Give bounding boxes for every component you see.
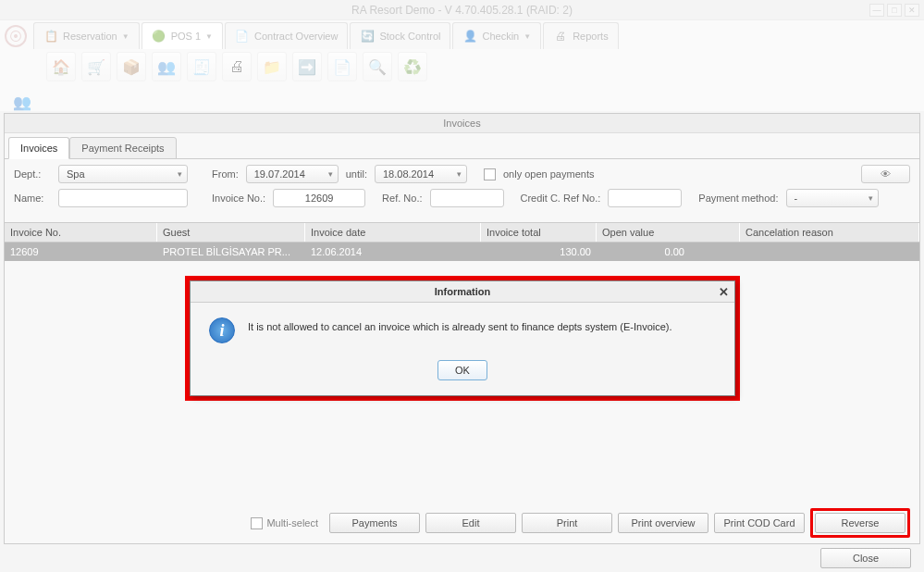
cell-date: 12.06.2014 xyxy=(305,242,481,261)
ref-no-label: Ref. No.: xyxy=(382,193,422,204)
dept-dropdown[interactable]: Spa xyxy=(58,165,188,183)
print-button[interactable]: Print xyxy=(522,513,612,533)
th-invoice-no[interactable]: Invoice No. xyxy=(5,223,157,242)
tab-reservation[interactable]: 📋 Reservation ▼ xyxy=(33,22,140,49)
table-header: Invoice No. Guest Invoice date Invoice t… xyxy=(5,222,919,242)
tab-label: Reservation xyxy=(63,31,117,42)
tab-label: Contract Overview xyxy=(254,31,338,42)
reservation-icon: 📋 xyxy=(43,29,58,44)
pay-method-dropdown[interactable]: - xyxy=(786,189,879,207)
modal-title-text: Information xyxy=(435,286,491,297)
bottom-button-bar: Multi-select Payments Edit Print Print o… xyxy=(14,508,910,538)
until-label: until: xyxy=(346,168,367,180)
tab-label: Reports xyxy=(573,31,609,42)
close-window-icon[interactable]: ✕ xyxy=(905,4,919,17)
panel-title: Invoices xyxy=(5,114,919,133)
reload-icon[interactable]: ♻️ xyxy=(398,52,427,81)
modal-titlebar: Information ✕ xyxy=(191,281,734,303)
checkin-icon: 👤 xyxy=(462,29,477,44)
ref-no-field[interactable] xyxy=(430,189,504,207)
tab-checkin[interactable]: 👤 Checkin ▼ xyxy=(452,22,541,49)
chevron-down-icon: ▼ xyxy=(122,32,129,41)
reports-icon: 🖨 xyxy=(553,29,568,44)
close-icon[interactable]: ✕ xyxy=(719,285,729,299)
info-icon: i xyxy=(209,317,235,343)
filter-area: Dept.: Spa From: 19.07.2014 until: 18.08… xyxy=(5,159,919,218)
minimize-icon[interactable]: — xyxy=(869,4,884,17)
tab-contract[interactable]: 📄 Contract Overview xyxy=(225,22,348,49)
modal-message: It is not allowed to cancel an invoice w… xyxy=(248,317,672,332)
credit-ref-label: Credit C. Ref No.: xyxy=(521,193,601,204)
window-titlebar: RA Resort Demo - V 4.70.405.28.1 (RAID: … xyxy=(0,0,924,20)
tab-payment-receipts[interactable]: Payment Receipts xyxy=(69,137,176,159)
ok-button[interactable]: OK xyxy=(437,360,487,380)
th-guest[interactable]: Guest xyxy=(157,223,305,242)
pos-icon: 🟢 xyxy=(152,29,166,44)
th-total[interactable]: Invoice total xyxy=(481,223,597,242)
name-field[interactable] xyxy=(58,189,188,207)
information-dialog: Information ✕ i It is not allowed to can… xyxy=(190,280,735,396)
box-icon[interactable]: 📦 xyxy=(117,52,146,81)
reverse-button[interactable]: Reverse xyxy=(815,513,906,533)
cart-icon[interactable]: 🛒 xyxy=(81,52,111,81)
only-open-label: only open payments xyxy=(503,168,594,180)
payments-button[interactable]: Payments xyxy=(329,513,420,533)
tab-reports[interactable]: 🖨 Reports xyxy=(543,22,619,49)
print-cod-button[interactable]: Print COD Card xyxy=(714,513,805,533)
icon-toolbar: 🏠 🛒 📦 👥 🧾 🖨 📁 ➡️ 📄 🔍 ♻️ xyxy=(0,48,924,85)
tab-label: Checkin xyxy=(482,31,519,42)
print-icon[interactable]: 🖨 xyxy=(222,52,252,81)
print-overview-button[interactable]: Print overview xyxy=(618,513,708,533)
outer-close-area: Close xyxy=(820,548,911,568)
chevron-down-icon: ▼ xyxy=(205,32,213,41)
cell-cancel xyxy=(740,242,919,261)
chevron-down-icon: ▼ xyxy=(524,32,531,41)
th-cancel[interactable]: Cancelation reason xyxy=(740,223,919,242)
from-date[interactable]: 19.07.2014 xyxy=(246,165,339,183)
sub-tabs: Invoices Payment Receipts xyxy=(5,133,919,159)
only-open-checkbox[interactable] xyxy=(484,168,496,180)
users-icon[interactable]: 👥 xyxy=(11,91,33,113)
credit-ref-field[interactable] xyxy=(608,189,682,207)
tab-pos[interactable]: 🟢 POS 1 ▼ xyxy=(142,22,223,49)
receipt-icon[interactable]: 🧾 xyxy=(187,52,216,81)
reverse-highlight: Reverse xyxy=(810,508,910,538)
tab-stock[interactable]: 🔄 Stock Control xyxy=(350,22,450,49)
search-icon[interactable]: 🔍 xyxy=(363,52,392,81)
main-tab-bar: ⦿ 📋 Reservation ▼ 🟢 POS 1 ▼ 📄 Contract O… xyxy=(0,20,924,48)
window-title: RA Resort Demo - V 4.70.405.28.1 (RAID: … xyxy=(351,4,573,17)
modal-highlight: Information ✕ i It is not allowed to can… xyxy=(185,276,740,401)
cell-invoice-no: 12609 xyxy=(5,242,157,261)
until-date[interactable]: 18.08.2014 xyxy=(375,165,467,183)
invoice-table: Invoice No. Guest Invoice date Invoice t… xyxy=(5,222,919,261)
cell-guest: PROTEL BİLGİSAYAR PR... xyxy=(157,242,305,261)
edit-button[interactable]: Edit xyxy=(425,513,516,533)
export-icon[interactable]: ➡️ xyxy=(292,52,322,81)
invoice-no-field[interactable]: 12609 xyxy=(273,189,365,207)
th-date[interactable]: Invoice date xyxy=(305,223,481,242)
home-icon[interactable]: 🏠 xyxy=(46,52,76,81)
modal-footer: OK xyxy=(191,353,734,395)
tab-label: Stock Control xyxy=(379,31,440,42)
new-icon[interactable]: 📄 xyxy=(327,52,357,81)
people-icon[interactable]: 👥 xyxy=(152,52,181,81)
th-open[interactable]: Open value xyxy=(597,223,740,242)
table-row[interactable]: 12609 PROTEL BİLGİSAYAR PR... 12.06.2014… xyxy=(5,242,919,261)
tab-invoices[interactable]: Invoices xyxy=(8,137,69,159)
maximize-icon[interactable]: □ xyxy=(887,4,902,17)
refresh-button[interactable]: 👁 xyxy=(861,165,910,183)
close-button[interactable]: Close xyxy=(820,548,911,568)
contract-icon: 📄 xyxy=(235,29,250,44)
invoice-no-label: Invoice No.: xyxy=(212,193,265,204)
multi-select-label: Multi-select xyxy=(266,517,318,528)
name-label: Name: xyxy=(14,193,51,204)
dept-label: Dept.: xyxy=(14,168,51,180)
multi-select-checkbox[interactable] xyxy=(251,517,263,529)
modal-body: i It is not allowed to cancel an invoice… xyxy=(191,303,734,353)
tab-label: POS 1 xyxy=(171,31,201,42)
cell-total: 130.00 xyxy=(481,242,597,261)
cell-open: 0.00 xyxy=(597,242,740,261)
stock-icon: 🔄 xyxy=(360,29,375,44)
folder-icon[interactable]: 📁 xyxy=(257,52,287,81)
accessibility-icon[interactable]: ⦿ xyxy=(5,25,27,47)
